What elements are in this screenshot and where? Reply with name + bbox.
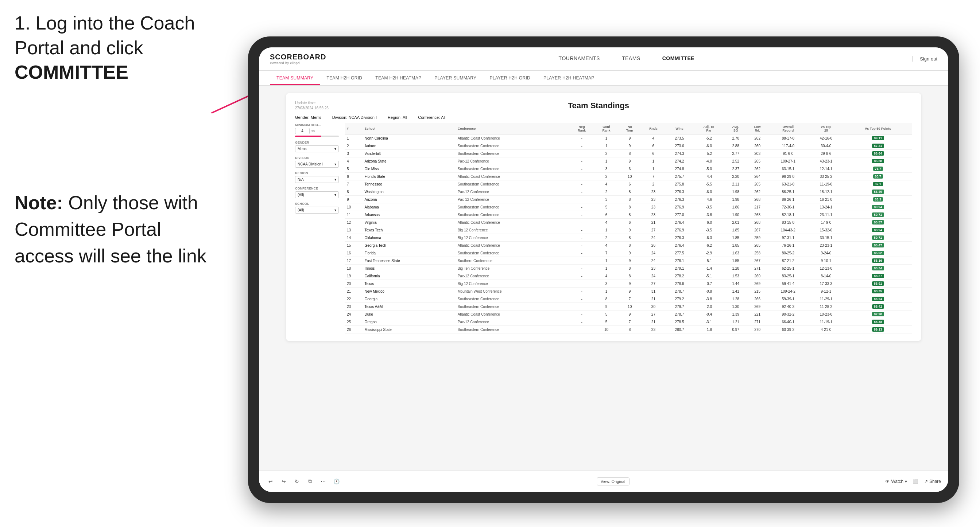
cell-adj: -3.5 bbox=[693, 226, 724, 234]
cell-conference: Southeastern Conference bbox=[455, 165, 570, 173]
cell-adj: -3.8 bbox=[693, 211, 724, 219]
cell-vs-top50: 80.71 bbox=[844, 211, 912, 219]
cell-rnds: 24 bbox=[641, 257, 666, 265]
cell-rnds: 24 bbox=[641, 234, 666, 241]
more-icon[interactable]: ⋯ bbox=[319, 477, 328, 486]
cell-conference: Atlantic Coast Conference bbox=[455, 135, 570, 142]
clock-icon[interactable]: 🕐 bbox=[332, 477, 340, 486]
cell-no-tour: 8 bbox=[619, 272, 641, 280]
cell-reg-rank: - bbox=[570, 249, 594, 257]
cell-rnds: 23 bbox=[641, 188, 666, 196]
undo-icon[interactable]: ↩ bbox=[266, 477, 275, 486]
sub-nav-team-h2h-heatmap[interactable]: TEAM H2H HEATMAP bbox=[369, 72, 428, 85]
cell-avg-sg: 1.63 bbox=[725, 249, 747, 257]
cell-conference: Pac-12 Conference bbox=[455, 272, 570, 280]
copy-icon[interactable]: ⧉ bbox=[305, 477, 314, 486]
col-vs-top50: Vs Top 50 Points bbox=[844, 123, 912, 135]
cell-conference: Atlantic Coast Conference bbox=[455, 311, 570, 318]
table-row: 22 Georgia Southeastern Conference - 8 7… bbox=[345, 295, 912, 303]
cell-wins: 278.2 bbox=[666, 272, 693, 280]
cell-rnds: 1 bbox=[641, 157, 666, 165]
nav-committee[interactable]: COMMITTEE bbox=[651, 48, 706, 70]
cell-avg-sg: 2.88 bbox=[725, 142, 747, 150]
cell-rnds: 23 bbox=[641, 326, 666, 333]
nav-tournaments[interactable]: TOURNAMENTS bbox=[548, 48, 611, 70]
cell-conf-rank: 5 bbox=[594, 203, 619, 211]
cell-low-rd: 258 bbox=[747, 249, 768, 257]
cell-vs-top25: 12-14-1 bbox=[808, 165, 843, 173]
redo-icon[interactable]: ↪ bbox=[279, 477, 288, 486]
cell-school: Alabama bbox=[362, 203, 455, 211]
cell-low-rd: 265 bbox=[747, 241, 768, 249]
cell-no-tour: 8 bbox=[619, 196, 641, 203]
cell-overall: 66-40-1 bbox=[768, 318, 808, 326]
view-original-button[interactable]: View: Original bbox=[597, 478, 630, 486]
table-row: 23 Texas A&M Southeastern Conference - 9… bbox=[345, 303, 912, 311]
cell-low-rd: 269 bbox=[747, 280, 768, 287]
standings-table-wrapper: # School Conference RegRank ConfRank NoT… bbox=[345, 123, 912, 333]
sub-nav-team-h2h-grid[interactable]: TEAM H2H GRID bbox=[320, 72, 369, 85]
table-row: 15 Georgia Tech Atlantic Coast Conferenc… bbox=[345, 241, 912, 249]
cell-no-tour: 10 bbox=[619, 303, 641, 311]
col-avg-sg: Avg.SG bbox=[725, 123, 747, 135]
cell-rank: 9 bbox=[345, 196, 362, 203]
cell-vs-top50: 80.34 bbox=[844, 265, 912, 272]
cell-rnds: 23 bbox=[641, 196, 666, 203]
refresh-icon[interactable]: ↻ bbox=[293, 477, 301, 486]
sub-nav-player-summary[interactable]: PLAYER SUMMARY bbox=[428, 72, 483, 85]
cell-conference: Big 12 Conference bbox=[455, 234, 570, 241]
cell-conference: Southeastern Conference bbox=[455, 211, 570, 219]
cell-vs-top25: 17-33-3 bbox=[808, 280, 843, 287]
cell-reg-rank: - bbox=[570, 280, 594, 287]
cell-rank: 3 bbox=[345, 150, 362, 157]
cell-vs-top50: 88.35 bbox=[844, 287, 912, 295]
cell-avg-sg: 1.86 bbox=[725, 203, 747, 211]
cell-rank: 5 bbox=[345, 165, 362, 173]
cell-rank: 22 bbox=[345, 295, 362, 303]
sub-nav-team-summary[interactable]: TEAM SUMMARY bbox=[270, 72, 320, 85]
cell-low-rd: 217 bbox=[747, 203, 768, 211]
cell-no-tour: 8 bbox=[619, 234, 641, 241]
cell-low-rd: 262 bbox=[747, 188, 768, 196]
cell-school: Illinois bbox=[362, 265, 455, 272]
cell-wins: 280.7 bbox=[666, 326, 693, 333]
cell-vs-top50: 88.42 bbox=[844, 303, 912, 311]
screenshot-button[interactable]: ⬜ bbox=[913, 479, 918, 484]
sub-nav-player-h2h-grid[interactable]: PLAYER H2H GRID bbox=[483, 72, 537, 85]
cell-wins: 278.1 bbox=[666, 257, 693, 265]
cell-low-rd: 268 bbox=[747, 211, 768, 219]
cell-conf-rank: 4 bbox=[594, 272, 619, 280]
cell-avg-sg: 1.85 bbox=[725, 226, 747, 234]
cell-school: North Carolina bbox=[362, 135, 455, 142]
cell-avg-sg: 1.90 bbox=[725, 211, 747, 219]
cell-vs-top50: 88.38 bbox=[844, 318, 912, 326]
main-nav: TOURNAMENTS TEAMS COMMITTEE bbox=[340, 48, 912, 70]
cell-low-rd: 203 bbox=[747, 150, 768, 157]
sub-nav-player-h2h-heatmap[interactable]: PLAYER H2H HEATMAP bbox=[537, 72, 601, 85]
logo-title: SCOREBOARD bbox=[270, 53, 326, 61]
sign-out-button[interactable]: Sign out bbox=[912, 56, 937, 62]
standings-card: Update time: 27/03/2024 16:56:26 Team St… bbox=[286, 93, 921, 341]
cell-adj: -5.2 bbox=[693, 135, 724, 142]
cell-wins: 274.8 bbox=[666, 165, 693, 173]
filter-row: Gender: Men's Division: NCAA Division I … bbox=[295, 115, 912, 119]
watch-button[interactable]: 👁 Watch ▾ bbox=[885, 479, 907, 484]
cell-rnds: 4 bbox=[641, 135, 666, 142]
cell-vs-top50: 86.64 bbox=[844, 150, 912, 157]
cell-no-tour: 7 bbox=[619, 318, 641, 326]
nav-teams[interactable]: TEAMS bbox=[611, 48, 651, 70]
toolbar-left: ↩ ↪ ↻ ⧉ ⋯ 🕐 bbox=[266, 477, 340, 486]
cell-reg-rank: - bbox=[570, 265, 594, 272]
cell-vs-top25: 16-21-0 bbox=[808, 196, 843, 203]
app-logo: SCOREBOARD Powered by clippd bbox=[270, 53, 326, 65]
cell-vs-top50: 80.94 bbox=[844, 203, 912, 211]
table-row: 1 North Carolina Atlantic Coast Conferen… bbox=[345, 135, 912, 142]
region-filter-display: Region: All bbox=[388, 115, 407, 119]
cell-conf-rank: 3 bbox=[594, 280, 619, 287]
cell-low-rd: 271 bbox=[747, 265, 768, 272]
cell-wins: 279.1 bbox=[666, 265, 693, 272]
share-button[interactable]: ↗ Share bbox=[924, 479, 941, 484]
cell-conference: Big 12 Conference bbox=[455, 226, 570, 234]
cell-conf-rank: 2 bbox=[594, 150, 619, 157]
cell-low-rd: 215 bbox=[747, 287, 768, 295]
